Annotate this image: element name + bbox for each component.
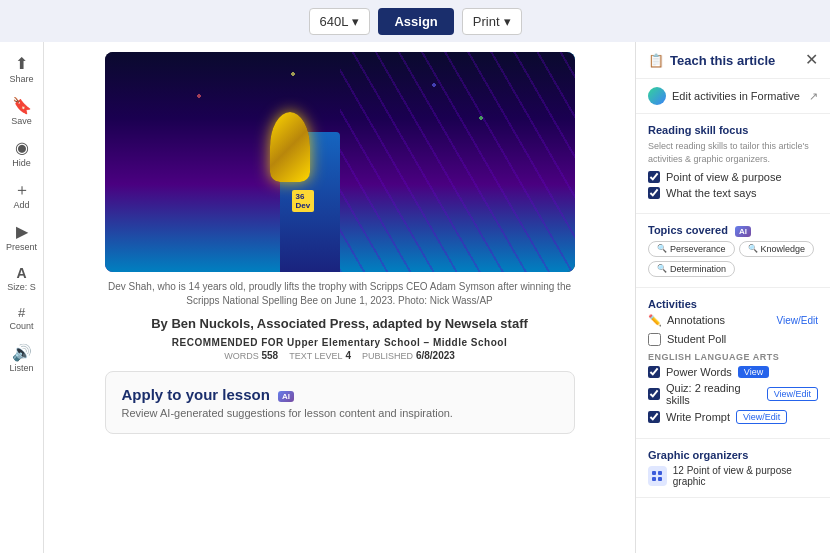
- topics-row: 🔍 Perseverance 🔍 Knowledge 🔍 Determinati…: [648, 241, 818, 277]
- annotations-label: ✏️ Annotations: [648, 314, 725, 327]
- listen-icon: 🔊: [12, 345, 32, 361]
- topics-ai-badge: AI: [735, 226, 751, 237]
- left-sidebar: ⬆ Share 🔖 Save ◉ Hide ＋ Add ▶ Present A …: [0, 42, 44, 553]
- write-prompt-checkbox[interactable]: [648, 411, 660, 423]
- formative-logo: [648, 87, 666, 105]
- apply-to-lesson-box[interactable]: Apply to your lesson AI Review AI-genera…: [105, 371, 575, 434]
- reading-skill-title: Reading skill focus: [648, 124, 818, 136]
- formative-text: Edit activities in Formative: [672, 90, 800, 102]
- article-caption: Dev Shah, who is 14 years old, proudly l…: [105, 280, 575, 308]
- sidebar-label-size: Size: S: [7, 282, 36, 292]
- sidebar-label-count: Count: [9, 321, 33, 331]
- svg-rect-1: [658, 471, 662, 475]
- panel-header: 📋 Teach this article ✕: [636, 42, 830, 79]
- apply-desc: Review AI-generated suggestions for less…: [122, 407, 558, 419]
- formative-inner: Edit activities in Formative: [648, 87, 800, 105]
- article-image: 36Dev: [105, 52, 575, 272]
- sidebar-item-present[interactable]: ▶ Present: [2, 218, 42, 258]
- sidebar-item-count[interactable]: # Count: [2, 300, 42, 337]
- close-button[interactable]: ✕: [805, 52, 818, 68]
- skill-what-text-says-label: What the text says: [666, 187, 756, 199]
- annotations-icon: ✏️: [648, 314, 662, 327]
- sidebar-item-save[interactable]: 🔖 Save: [2, 92, 42, 132]
- recommended-for: RECOMMENDED FOR Upper Elementary School …: [44, 337, 635, 348]
- quiz-view-edit-button[interactable]: View/Edit: [767, 387, 818, 401]
- article-meta: WORDS 558 TEXT LEVEL 4 PUBLISHED 6/8/202…: [44, 350, 635, 361]
- svg-rect-0: [652, 471, 656, 475]
- sidebar-item-add[interactable]: ＋ Add: [2, 176, 42, 216]
- size-icon: A: [16, 266, 26, 280]
- annotations-view-edit-link[interactable]: View/Edit: [776, 315, 818, 326]
- quiz-label: Quiz: 2 reading skills: [666, 382, 761, 406]
- right-panel: 📋 Teach this article ✕ Edit activities i…: [635, 42, 830, 553]
- topic-chip-determination: 🔍 Determination: [648, 261, 735, 277]
- activities-title: Activities: [648, 298, 818, 310]
- student-poll-label: Student Poll: [667, 333, 726, 345]
- article-area: 36Dev Dev Shah, who is 14 years old, pro…: [44, 42, 635, 553]
- search-icon: 🔍: [748, 244, 758, 253]
- assign-button[interactable]: Assign: [378, 8, 453, 35]
- power-words-checkbox[interactable]: [648, 366, 660, 378]
- sidebar-item-share[interactable]: ⬆ Share: [2, 50, 42, 90]
- topics-title: Topics covered AI: [648, 224, 818, 237]
- top-bar: 640L ▾ Assign Print ▾: [0, 0, 830, 42]
- search-icon: 🔍: [657, 244, 667, 253]
- chevron-down-icon: ▾: [352, 14, 359, 29]
- present-icon: ▶: [16, 224, 28, 240]
- print-button[interactable]: Print ▾: [462, 8, 522, 35]
- power-words-label: Power Words: [666, 366, 732, 378]
- count-icon: #: [18, 306, 25, 319]
- write-prompt-row: Write Prompt View/Edit: [648, 410, 818, 424]
- write-prompt-view-edit-button[interactable]: View/Edit: [736, 410, 787, 424]
- sidebar-item-size[interactable]: A Size: S: [2, 260, 42, 298]
- topic-chip-perseverance: 🔍 Perseverance: [648, 241, 735, 257]
- write-prompt-label: Write Prompt: [666, 411, 730, 423]
- level-label: 640L: [320, 14, 349, 29]
- skill-point-of-view-checkbox[interactable]: [648, 171, 660, 183]
- annotations-row: ✏️ Annotations View/Edit: [648, 314, 818, 327]
- power-words-row: Power Words View: [648, 366, 818, 378]
- article-byline: By Ben Nuckols, Associated Press, adapte…: [44, 316, 635, 331]
- sidebar-label-save: Save: [11, 116, 32, 126]
- graphic-organizer-row: 12 Point of view & purpose graphic: [648, 465, 818, 487]
- sidebar-label-listen: Listen: [9, 363, 33, 373]
- add-icon: ＋: [14, 182, 30, 198]
- svg-rect-2: [652, 477, 656, 481]
- sidebar-label-add: Add: [13, 200, 29, 210]
- skill-point-of-view: Point of view & purpose: [648, 171, 818, 183]
- topic-chip-knowledge: 🔍 Knowledge: [739, 241, 815, 257]
- sidebar-label-share: Share: [9, 74, 33, 84]
- activities-section: Activities ✏️ Annotations View/Edit Stud…: [636, 288, 830, 439]
- student-poll-checkbox[interactable]: [648, 333, 661, 346]
- graphic-organizer-icon: [648, 466, 667, 486]
- teach-icon: 📋: [648, 53, 664, 68]
- skill-point-of-view-label: Point of view & purpose: [666, 171, 782, 183]
- search-icon: 🔍: [657, 264, 667, 273]
- graphic-organizers-section: Graphic organizers 12 Point of view & pu…: [636, 439, 830, 498]
- quiz-row: Quiz: 2 reading skills View/Edit: [648, 382, 818, 406]
- external-link-icon[interactable]: ↗: [809, 90, 818, 103]
- panel-title-row: 📋 Teach this article: [648, 53, 775, 68]
- ela-label: ENGLISH LANGUAGE ARTS: [648, 352, 818, 362]
- graphic-organizer-label: 12 Point of view & purpose graphic: [673, 465, 818, 487]
- main-layout: ⬆ Share 🔖 Save ◉ Hide ＋ Add ▶ Present A …: [0, 42, 830, 553]
- share-icon: ⬆: [15, 56, 28, 72]
- reading-skill-section: Reading skill focus Select reading skill…: [636, 114, 830, 214]
- quiz-checkbox[interactable]: [648, 388, 660, 400]
- panel-title: Teach this article: [670, 53, 775, 68]
- power-words-view-button[interactable]: View: [738, 366, 769, 378]
- reading-skill-desc: Select reading skills to tailor this art…: [648, 140, 818, 165]
- save-icon: 🔖: [12, 98, 32, 114]
- print-label: Print: [473, 14, 500, 29]
- sidebar-label-present: Present: [6, 242, 37, 252]
- student-poll-row: Student Poll: [648, 333, 818, 346]
- level-button[interactable]: 640L ▾: [309, 8, 371, 35]
- svg-rect-3: [658, 477, 662, 481]
- sidebar-item-listen[interactable]: 🔊 Listen: [2, 339, 42, 379]
- sidebar-item-hide[interactable]: ◉ Hide: [2, 134, 42, 174]
- formative-row[interactable]: Edit activities in Formative ↗: [636, 79, 830, 114]
- chevron-down-icon: ▾: [504, 14, 511, 29]
- topics-section: Topics covered AI 🔍 Perseverance 🔍 Knowl…: [636, 214, 830, 288]
- graphic-organizers-title: Graphic organizers: [648, 449, 818, 461]
- skill-what-text-says-checkbox[interactable]: [648, 187, 660, 199]
